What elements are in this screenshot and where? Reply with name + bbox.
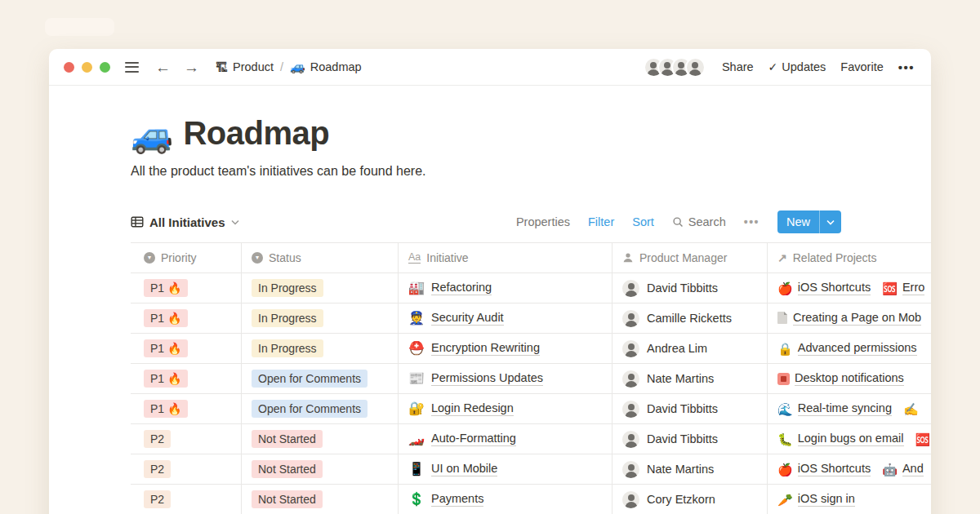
table-row[interactable]: P2Not Started📱UI on MobileNate Martins🍎i… bbox=[131, 454, 931, 485]
related-project-link[interactable]: iOS Shortcuts bbox=[798, 281, 871, 295]
cell-status[interactable]: In Progress bbox=[242, 304, 399, 333]
updates-button[interactable]: ✓ Updates bbox=[768, 60, 826, 73]
cell-initiative[interactable]: 👮Security Audit bbox=[399, 304, 612, 333]
favorite-button[interactable]: Favorite bbox=[840, 60, 883, 73]
cell-product-manager[interactable]: Camille Ricketts bbox=[612, 304, 768, 333]
page-description[interactable]: All the product team's initiatives can b… bbox=[131, 164, 931, 179]
cell-initiative[interactable]: 💲Payments bbox=[399, 485, 612, 514]
initiative-link[interactable]: Login Redesign bbox=[431, 401, 514, 416]
cell-initiative[interactable]: ⛑️Encryption Rewriting bbox=[399, 334, 612, 363]
related-project-link[interactable]: Advanced permissions bbox=[798, 341, 917, 356]
initiative-link[interactable]: Encryption Rewriting bbox=[431, 341, 540, 356]
cell-status[interactable]: Open for Comments bbox=[242, 364, 399, 393]
related-project[interactable]: 🌊Real-time syncing bbox=[777, 401, 892, 416]
related-project[interactable]: 🤖And bbox=[882, 462, 924, 476]
cell-status[interactable]: In Progress bbox=[242, 273, 399, 303]
related-project-link[interactable]: And bbox=[902, 462, 924, 476]
search-button[interactable]: Search bbox=[672, 215, 726, 228]
properties-button[interactable]: Properties bbox=[516, 215, 570, 228]
cell-initiative[interactable]: 🏭Refactoring bbox=[399, 273, 612, 303]
related-project[interactable]: 🆘Erro bbox=[882, 281, 924, 295]
cell-product-manager[interactable]: Nate Martins bbox=[612, 454, 768, 484]
close-window-button[interactable] bbox=[64, 62, 74, 73]
back-arrow-icon[interactable]: ← bbox=[155, 60, 171, 75]
cell-related-projects[interactable]: Creating a Page on Mob bbox=[768, 304, 931, 333]
cell-status[interactable]: In Progress bbox=[242, 334, 399, 363]
cell-priority[interactable]: P2 bbox=[131, 485, 242, 514]
cell-initiative[interactable]: 🏎️Auto-Formatting bbox=[399, 424, 612, 454]
cell-product-manager[interactable]: Nate Martins bbox=[612, 364, 768, 393]
related-project[interactable]: 🥕iOS sign in bbox=[777, 492, 855, 507]
column-header-product-manager[interactable]: Product Manager bbox=[612, 243, 768, 273]
maximize-window-button[interactable] bbox=[100, 62, 110, 73]
breadcrumb-item-product[interactable]: 🏗 Product bbox=[216, 60, 274, 74]
column-header-initiative[interactable]: Aa Initiative bbox=[399, 243, 612, 273]
cell-related-projects[interactable]: 🐛Login bugs on email🆘 bbox=[768, 424, 931, 454]
table-row[interactable]: P1 🔥In Progress⛑️Encryption RewritingAnd… bbox=[131, 334, 931, 364]
cell-product-manager[interactable]: David Tibbitts bbox=[612, 424, 768, 454]
related-project-link[interactable]: Real-time syncing bbox=[798, 401, 892, 416]
forward-arrow-icon[interactable]: → bbox=[184, 60, 199, 75]
view-more-icon[interactable]: ••• bbox=[744, 215, 760, 228]
initiative-link[interactable]: UI on Mobile bbox=[431, 462, 497, 476]
cell-priority[interactable]: P1 🔥 bbox=[131, 273, 242, 303]
related-project[interactable]: 🐛Login bugs on email bbox=[777, 432, 904, 446]
cell-priority[interactable]: P1 🔥 bbox=[131, 304, 242, 333]
cell-related-projects[interactable]: 🍎iOS Shortcuts🤖And bbox=[768, 454, 931, 484]
share-button[interactable]: Share bbox=[722, 60, 754, 73]
sidebar-menu-icon[interactable] bbox=[125, 62, 139, 73]
related-project[interactable]: Creating a Page on Mob bbox=[777, 311, 921, 326]
cell-priority[interactable]: P1 🔥 bbox=[131, 334, 242, 363]
cell-status[interactable]: Not Started bbox=[242, 424, 399, 454]
column-header-priority[interactable]: ▾ Priority bbox=[131, 243, 242, 273]
column-header-status[interactable]: ▾ Status bbox=[242, 243, 399, 273]
cell-product-manager[interactable]: David Tibbitts bbox=[612, 394, 768, 423]
avatar[interactable] bbox=[685, 57, 706, 78]
cell-priority[interactable]: P1 🔥 bbox=[131, 364, 242, 393]
related-project[interactable]: Desktop notifications bbox=[777, 371, 904, 386]
cell-status[interactable]: Not Started bbox=[242, 454, 399, 484]
table-row[interactable]: P1 🔥In Progress🏭RefactoringDavid Tibbitt… bbox=[131, 273, 931, 304]
cell-initiative[interactable]: 📰Permissions Updates bbox=[399, 364, 612, 393]
view-switcher[interactable]: All Initiatives bbox=[131, 215, 239, 229]
cell-status[interactable]: Not Started bbox=[242, 485, 399, 514]
cell-related-projects[interactable]: 🔒Advanced permissions bbox=[768, 334, 931, 363]
cell-priority[interactable]: P2 bbox=[131, 454, 242, 484]
cell-initiative[interactable]: 📱UI on Mobile bbox=[399, 454, 612, 484]
cell-product-manager[interactable]: Cory Etzkorn bbox=[612, 485, 768, 514]
cell-initiative[interactable]: 🔐Login Redesign bbox=[399, 394, 612, 423]
related-project-link[interactable]: Creating a Page on Mob bbox=[793, 311, 921, 326]
table-row[interactable]: P2Not Started💲PaymentsCory Etzkorn🥕iOS s… bbox=[131, 485, 931, 514]
table-row[interactable]: P1 🔥Open for Comments📰Permissions Update… bbox=[131, 364, 931, 394]
page-icon-car[interactable]: 🚙 bbox=[131, 118, 173, 153]
initiative-link[interactable]: Permissions Updates bbox=[431, 371, 543, 386]
breadcrumb-item-roadmap[interactable]: 🚙 Roadmap bbox=[290, 60, 362, 74]
related-project-link[interactable]: iOS Shortcuts bbox=[798, 462, 871, 476]
page-title[interactable]: Roadmap bbox=[183, 113, 329, 153]
related-project[interactable]: 🍎iOS Shortcuts bbox=[777, 281, 871, 295]
related-project[interactable]: 🔒Advanced permissions bbox=[777, 341, 917, 356]
initiative-link[interactable]: Security Audit bbox=[431, 311, 504, 326]
table-row[interactable]: P2Not Started🏎️Auto-FormattingDavid Tibb… bbox=[131, 424, 931, 454]
initiative-link[interactable]: Auto-Formatting bbox=[431, 432, 516, 446]
related-project-link[interactable]: Desktop notifications bbox=[795, 371, 904, 386]
cell-related-projects[interactable]: 🍎iOS Shortcuts🆘Erro bbox=[768, 273, 931, 303]
initiative-link[interactable]: Refactoring bbox=[431, 281, 492, 295]
initiative-link[interactable]: Payments bbox=[431, 492, 483, 507]
cell-product-manager[interactable]: Andrea Lim bbox=[612, 334, 768, 363]
cell-related-projects[interactable]: 🥕iOS sign in bbox=[768, 485, 931, 514]
filter-button[interactable]: Filter bbox=[588, 215, 614, 228]
cell-priority[interactable]: P1 🔥 bbox=[131, 394, 242, 423]
cell-status[interactable]: Open for Comments bbox=[242, 394, 399, 423]
related-project[interactable]: 🆘 bbox=[915, 433, 931, 445]
cell-product-manager[interactable]: David Tibbitts bbox=[612, 273, 768, 303]
related-project[interactable]: ✍️ bbox=[903, 403, 924, 415]
sort-button[interactable]: Sort bbox=[632, 215, 654, 228]
cell-related-projects[interactable]: 🌊Real-time syncing✍️ bbox=[768, 394, 931, 423]
new-button[interactable]: New bbox=[777, 210, 841, 233]
related-project-link[interactable]: Erro bbox=[902, 281, 924, 295]
related-project-link[interactable]: iOS sign in bbox=[798, 492, 855, 507]
more-options-icon[interactable]: ••• bbox=[898, 60, 915, 74]
cell-priority[interactable]: P2 bbox=[131, 424, 242, 454]
table-row[interactable]: P1 🔥In Progress👮Security AuditCamille Ri… bbox=[131, 304, 931, 334]
